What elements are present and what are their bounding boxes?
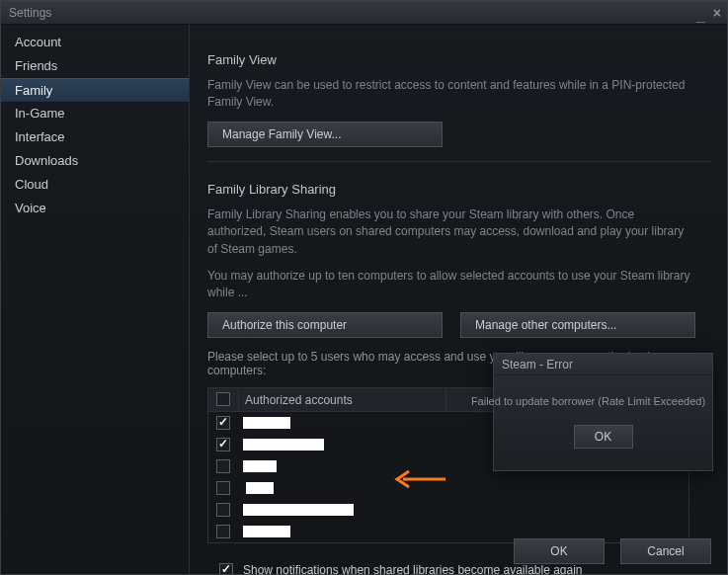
row-checkbox[interactable] (216, 416, 230, 430)
column-authorized-accounts[interactable]: Authorized accounts (238, 388, 445, 411)
ok-button[interactable]: OK (514, 538, 605, 564)
sidebar-item-family[interactable]: Family (1, 78, 189, 102)
manage-computers-button[interactable]: Manage other computers... (460, 312, 695, 338)
account-name-redacted (243, 526, 290, 537)
notification-row: Show notifications when shared libraries… (207, 563, 711, 574)
sidebar-item-downloads[interactable]: Downloads (1, 149, 189, 173)
sharing-desc-2: You may authorize up to ten computers to… (207, 268, 691, 302)
window-title: Settings (9, 6, 51, 20)
show-notifications-checkbox[interactable] (219, 563, 233, 574)
sidebar-item-interface[interactable]: Interface (1, 125, 189, 149)
show-notifications-label: Show notifications when shared libraries… (243, 563, 583, 574)
sidebar-item-voice[interactable]: Voice (1, 197, 189, 220)
table-row[interactable] (208, 499, 688, 521)
family-view-title: Family View (207, 52, 711, 67)
authorize-row: Authorize this computer Manage other com… (207, 312, 711, 338)
family-view-desc: Family View can be used to restrict acce… (207, 77, 691, 112)
error-message: Failed to update borrower (Rate Limit Ex… (454, 375, 722, 407)
content-pane: Family View Family View can be used to r… (190, 25, 727, 574)
account-name-redacted (243, 417, 290, 429)
cancel-button[interactable]: Cancel (620, 538, 711, 564)
account-name-redacted (243, 504, 354, 516)
row-checkbox[interactable] (216, 503, 230, 517)
window-body: Account Friends Family In-Game Interface… (1, 25, 727, 574)
error-ok-button[interactable]: OK (574, 425, 633, 449)
manage-family-view-button[interactable]: Manage Family View... (207, 122, 443, 147)
authorize-computer-button[interactable]: Authorize this computer (207, 312, 443, 338)
sharing-title: Family Library Sharing (207, 182, 711, 197)
row-checkbox[interactable] (216, 481, 230, 495)
row-checkbox[interactable] (216, 525, 230, 538)
sidebar-item-account[interactable]: Account (1, 31, 189, 54)
error-dialog-title: Steam - Error (494, 354, 712, 375)
sidebar-item-cloud[interactable]: Cloud (1, 173, 189, 197)
row-checkbox[interactable] (216, 438, 230, 452)
dialog-footer: OK Cancel (514, 538, 711, 564)
sidebar: Account Friends Family In-Game Interface… (1, 25, 190, 574)
header-checkbox[interactable] (216, 392, 230, 406)
error-dialog: Steam - Error Failed to update borrower … (493, 353, 713, 471)
account-name-redacted (243, 439, 324, 451)
sidebar-item-in-game[interactable]: In-Game (1, 102, 189, 125)
sharing-desc-1: Family Library Sharing enables you to sh… (207, 206, 691, 258)
table-row[interactable] (208, 477, 688, 499)
close-icon[interactable]: × (713, 5, 721, 21)
row-checkbox[interactable] (216, 459, 230, 473)
sidebar-item-friends[interactable]: Friends (1, 54, 189, 78)
account-name-redacted (243, 460, 277, 472)
divider (207, 161, 711, 162)
window-controls: _ × (696, 4, 721, 22)
titlebar: Settings _ × (1, 1, 727, 25)
settings-window: Settings _ × Account Friends Family In-G… (0, 0, 728, 575)
account-name-redacted (246, 482, 274, 494)
minimize-icon[interactable]: _ (696, 7, 705, 25)
